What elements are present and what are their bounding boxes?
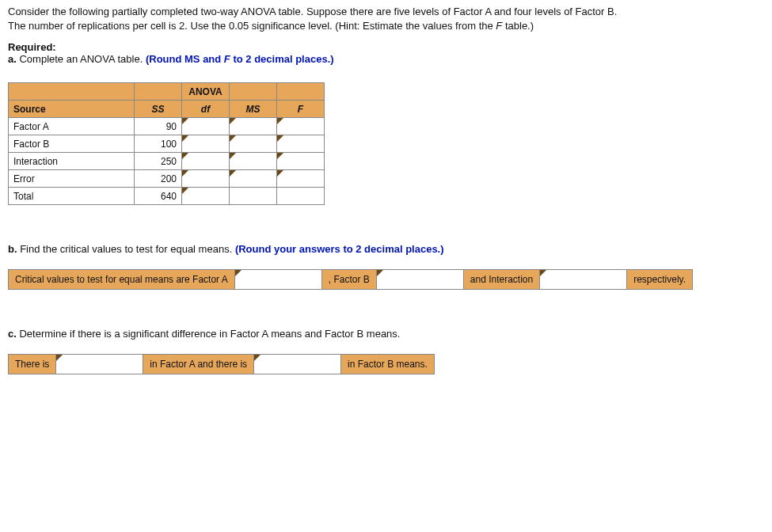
input-marker-icon — [277, 135, 283, 142]
f-factor-a-cell[interactable] — [277, 118, 325, 135]
intro-line2-pre: The number of replications per cell is 2… — [8, 20, 496, 32]
table-row: Interaction 250 — [9, 153, 325, 170]
sig-factor-b-cell[interactable] — [253, 354, 340, 374]
f-factor-a-input[interactable] — [277, 118, 324, 135]
input-marker-icon — [377, 270, 383, 276]
anova-title-blank4 — [277, 83, 325, 101]
df-error-cell[interactable] — [182, 170, 230, 188]
part-a-hint-var: F — [224, 53, 230, 65]
src-total: Total — [9, 188, 135, 205]
ms-error-cell[interactable] — [230, 170, 277, 188]
ss-factor-b: 100 — [135, 135, 182, 153]
crit-interaction-input[interactable] — [540, 270, 626, 289]
table-row: Factor B 100 — [9, 135, 325, 153]
input-marker-icon — [277, 153, 283, 159]
part-a-line: a. Complete an ANOVA table. (Round MS an… — [8, 53, 764, 65]
part-c-text: Determine if there is a significant diff… — [17, 328, 401, 340]
anova-body: Factor A 90 Factor B 100 Interaction 250 — [9, 118, 325, 205]
anova-header-row: Source SS df MS F — [9, 101, 325, 118]
anova-title-blank1 — [9, 83, 135, 101]
part-a-hint-post: to 2 decimal places.) — [230, 53, 334, 65]
input-marker-icon — [254, 355, 261, 361]
df-interaction-input[interactable] — [182, 153, 229, 169]
part-b-label: b. — [8, 243, 17, 255]
src-error: Error — [9, 170, 135, 188]
ms-interaction-input[interactable] — [230, 153, 276, 169]
f-factor-b-cell[interactable] — [277, 135, 325, 153]
f-error-input[interactable] — [277, 170, 324, 187]
ms-interaction-cell[interactable] — [230, 153, 277, 170]
seg-b3: and Interaction — [463, 269, 539, 290]
anova-table-wrap: ANOVA Source SS df MS F Factor A 90 — [8, 82, 764, 205]
ms-factor-b-input[interactable] — [230, 135, 276, 152]
crit-interaction-cell[interactable] — [539, 269, 626, 290]
table-row: Error 200 — [9, 170, 325, 188]
ms-factor-a-input[interactable] — [230, 118, 276, 135]
ss-total: 640 — [135, 188, 182, 205]
anova-title: ANOVA — [182, 83, 230, 101]
input-marker-icon — [277, 170, 283, 177]
anova-title-blank3 — [230, 83, 277, 101]
ss-interaction: 250 — [135, 153, 182, 170]
df-factor-b-cell[interactable] — [182, 135, 230, 153]
df-total-cell[interactable] — [182, 188, 230, 205]
seg-c3: in Factor B means. — [340, 354, 435, 374]
crit-factor-b-input[interactable] — [377, 270, 463, 289]
ms-factor-a-cell[interactable] — [230, 118, 277, 135]
crit-factor-b-cell[interactable] — [376, 269, 463, 290]
sig-factor-a-cell[interactable] — [55, 354, 143, 374]
part-b-line: b. Find the critical values to test for … — [8, 243, 764, 255]
f-error-cell[interactable] — [277, 170, 325, 188]
seg-b4: respectively. — [626, 269, 693, 290]
df-total-input[interactable] — [182, 188, 229, 204]
crit-factor-a-cell[interactable] — [234, 269, 321, 290]
ms-error-input[interactable] — [230, 170, 276, 187]
input-marker-icon — [277, 118, 283, 124]
seg-c2: in Factor A and there is — [143, 354, 253, 374]
col-source: Source — [9, 101, 135, 118]
part-a-hint-pre: (Round MS and — [146, 53, 224, 65]
input-marker-icon — [235, 270, 241, 276]
ss-error: 200 — [135, 170, 182, 188]
problem-intro: Consider the following partially complet… — [8, 5, 764, 33]
crit-factor-a-input[interactable] — [235, 270, 321, 289]
seg-b1: Critical values to test for equal means … — [8, 269, 234, 290]
intro-line2-post: table.) — [502, 20, 534, 32]
src-factor-a: Factor A — [9, 118, 135, 135]
col-ss: SS — [135, 101, 182, 118]
input-marker-icon — [182, 118, 188, 124]
input-marker-icon — [182, 135, 188, 142]
part-b-answer-row: Critical values to test for equal means … — [8, 269, 764, 290]
col-f: F — [277, 101, 325, 118]
f-interaction-cell[interactable] — [277, 153, 325, 170]
part-c-line: c. Determine if there is a significant d… — [8, 328, 764, 340]
df-interaction-cell[interactable] — [182, 153, 230, 170]
sig-factor-b-input[interactable] — [254, 355, 340, 374]
anova-title-blank2 — [135, 83, 182, 101]
df-factor-a-cell[interactable] — [182, 118, 230, 135]
required-label: Required: — [8, 41, 764, 53]
table-row: Factor A 90 — [9, 118, 325, 135]
part-a-text: Complete an ANOVA table. — [17, 53, 146, 65]
part-b-hint: (Round your answers to 2 decimal places.… — [235, 243, 444, 255]
part-a-label: a. — [8, 53, 17, 65]
ms-factor-b-cell[interactable] — [230, 135, 277, 153]
df-factor-a-input[interactable] — [182, 118, 229, 135]
df-factor-b-input[interactable] — [182, 135, 229, 152]
anova-table: ANOVA Source SS df MS F Factor A 90 — [8, 82, 325, 205]
part-c-block: c. Determine if there is a significant d… — [8, 328, 764, 374]
intro-line1: Consider the following partially complet… — [8, 6, 617, 17]
input-marker-icon — [540, 270, 546, 276]
df-error-input[interactable] — [182, 170, 229, 187]
f-interaction-input[interactable] — [277, 153, 324, 169]
required-block: Required: a. Complete an ANOVA table. (R… — [8, 41, 764, 65]
input-marker-icon — [230, 135, 236, 142]
seg-b2: , Factor B — [321, 269, 376, 290]
input-marker-icon — [230, 118, 236, 124]
seg-c1: There is — [8, 354, 55, 374]
table-row: Total 640 — [9, 188, 325, 205]
sig-factor-a-input[interactable] — [56, 355, 143, 374]
anova-title-row: ANOVA — [9, 83, 325, 101]
f-factor-b-input[interactable] — [277, 135, 324, 152]
input-marker-icon — [182, 153, 188, 159]
